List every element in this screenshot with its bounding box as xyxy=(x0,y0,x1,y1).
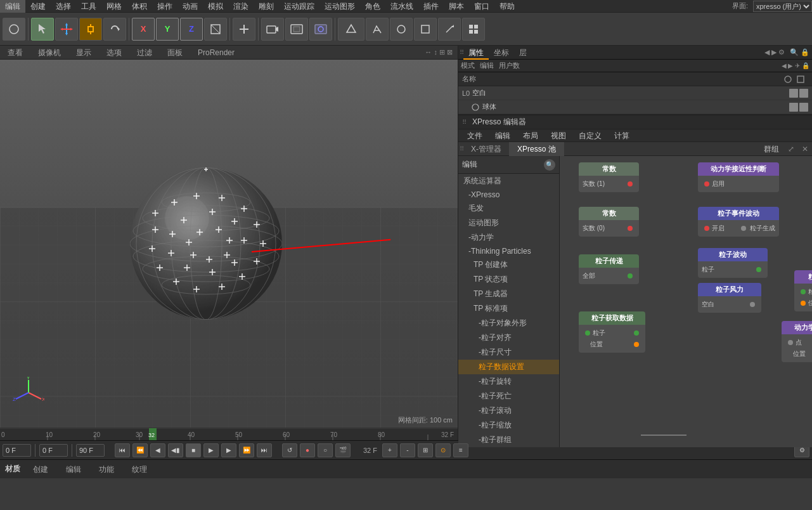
menu-bianji[interactable]: 编辑 xyxy=(0,0,25,13)
tool-scale[interactable] xyxy=(79,18,102,41)
tab-coords[interactable]: 坐标 xyxy=(489,46,514,60)
xp-tab-pool[interactable]: XPresso 池 xyxy=(510,142,564,156)
tree-item-particle-rotate[interactable]: -粒子旋转 xyxy=(458,374,559,389)
tree-item-tp-gen[interactable]: TP 生成器 xyxy=(458,287,559,301)
menu-chuangjian[interactable]: 创建 xyxy=(25,0,51,13)
tree-item-particle-group[interactable]: -粒子群组 xyxy=(458,433,559,447)
tree-item-tp-state[interactable]: TP 状态项 xyxy=(458,272,559,287)
tree-item-tp-create[interactable]: TP 创建体 xyxy=(458,258,559,272)
tool-rotate[interactable] xyxy=(103,18,126,41)
btn-preview[interactable]: 🎬 xyxy=(335,443,351,457)
xp-menu-layout[interactable]: 布局 xyxy=(518,129,543,142)
vp-tab-display[interactable]: 显示 xyxy=(71,46,96,60)
xpresso-node-editor[interactable]: 常数 实数 (1) 常数 实数 (0) xyxy=(560,156,812,447)
btn-prev-key[interactable]: ⏪ xyxy=(132,443,148,457)
tool-move[interactable] xyxy=(55,18,78,41)
tree-item-particle-death[interactable]: -粒子死亡 xyxy=(458,389,559,403)
menu-juese[interactable]: 角色 xyxy=(360,0,385,13)
tree-item-particle-scale[interactable]: -粒子缩放 xyxy=(458,418,559,433)
btn-play[interactable]: ▶ xyxy=(203,443,219,457)
xp-menu-custom[interactable]: 自定义 xyxy=(574,129,607,142)
menu-diaoke[interactable]: 雕刻 xyxy=(254,0,279,13)
frame-end-field[interactable] xyxy=(76,444,105,457)
btn-step-fwd[interactable]: ▶ xyxy=(221,443,236,457)
btn-step-back[interactable]: ◀ xyxy=(150,443,165,457)
vp-tab-options[interactable]: 选项 xyxy=(101,46,127,60)
tool-pen[interactable] xyxy=(366,18,389,41)
btn-go-start[interactable]: ⏮ xyxy=(115,443,130,457)
menu-bangzhu[interactable]: 帮助 xyxy=(494,0,520,13)
tree-item-system[interactable]: 系统运算器 xyxy=(458,174,559,188)
xp-menu-calc[interactable]: 计算 xyxy=(609,129,635,142)
mat-tab-edit[interactable]: 编辑 xyxy=(61,460,86,479)
mat-tab-texture[interactable]: 纹理 xyxy=(127,460,152,479)
tool-camera[interactable] xyxy=(261,18,284,41)
userdata-label[interactable]: 用户数 xyxy=(499,61,520,70)
interface-select[interactable]: xpresso (用户) xyxy=(753,1,812,12)
xp-menu-edit[interactable]: 编辑 xyxy=(490,129,515,142)
render-dot-2[interactable] xyxy=(799,103,808,112)
tool-knife[interactable] xyxy=(438,18,461,41)
menu-yundong-genzong[interactable]: 运动跟踪 xyxy=(279,0,319,13)
xp-resize-btn[interactable]: ⤢ xyxy=(784,142,798,156)
tool-render-region[interactable] xyxy=(285,18,308,41)
frame-start-field[interactable] xyxy=(3,444,31,457)
mat-tab-create[interactable]: 创建 xyxy=(28,460,53,479)
btn-record-man[interactable]: ○ xyxy=(318,443,333,457)
btn-stop[interactable]: ■ xyxy=(186,443,201,457)
node-wind[interactable]: 粒子风力 空白 xyxy=(698,283,761,313)
tree-item-hair[interactable]: 毛发 xyxy=(458,201,559,216)
tool-grid-btn[interactable] xyxy=(462,18,485,41)
node-transmit[interactable]: 粒子传递 全部 xyxy=(579,254,639,284)
tree-item-particle-obj[interactable]: -粒子对象外形 xyxy=(458,316,559,330)
tree-item-dynamics[interactable]: -动力学 xyxy=(458,230,559,245)
tool-transform[interactable] xyxy=(204,18,227,41)
btn-next-key[interactable]: ⏩ xyxy=(239,443,254,457)
frame-current-field[interactable] xyxy=(39,444,68,457)
tree-item-particle-align[interactable]: -粒子对齐 xyxy=(458,330,559,345)
tool-mode-object[interactable] xyxy=(3,18,25,41)
tab-properties[interactable]: 属性 xyxy=(463,46,489,60)
menu-liushuixian[interactable]: 流水线 xyxy=(385,0,418,13)
btn-render-preview[interactable]: ⊙ xyxy=(435,443,451,457)
xpresso-drag[interactable]: ⠿ xyxy=(462,119,467,126)
tree-item-particle-roll[interactable]: -粒子滚动 xyxy=(458,403,559,418)
menu-jiaoben[interactable]: 脚本 xyxy=(444,0,469,13)
tree-item-xpresso[interactable]: -XPresso xyxy=(458,188,559,201)
tree-item-tp[interactable]: -Thinking Particles xyxy=(458,245,559,258)
tree-item-tp-standard[interactable]: TP 标准项 xyxy=(458,301,559,316)
menu-xuanze[interactable]: 选择 xyxy=(51,0,76,13)
vp-tab-filter[interactable]: 过滤 xyxy=(132,46,157,60)
btn-del-key[interactable]: - xyxy=(400,443,415,457)
edit-label[interactable]: 编辑 xyxy=(480,61,494,70)
tool-axis-x[interactable]: X xyxy=(132,18,155,41)
node-dynamics1[interactable]: 动力学接近性判断 启用 xyxy=(698,162,779,192)
scene-object-row-sphere[interactable]: 球体 xyxy=(458,100,812,114)
node-const1[interactable]: 常数 实数 (1) xyxy=(579,162,639,192)
xp-close-btn[interactable]: ✕ xyxy=(798,142,812,156)
node-particle-event[interactable]: 粒子事件波动 开启 粒子生成 xyxy=(698,207,779,237)
tool-axis-z[interactable]: Z xyxy=(180,18,203,41)
tool-add[interactable] xyxy=(233,18,255,41)
menu-xuanran[interactable]: 渲染 xyxy=(228,0,254,13)
visibility-dot-2[interactable] xyxy=(789,103,798,112)
tool-circle[interactable] xyxy=(390,18,413,41)
node-data-set[interactable]: 粒子数据设置 粒子 位置 xyxy=(794,270,812,311)
xp-drag[interactable]: ⠿ xyxy=(458,145,463,152)
tree-search-btn[interactable]: 🔍 xyxy=(544,159,555,171)
tab-layer[interactable]: 层 xyxy=(514,46,532,60)
menu-caozuo[interactable]: 操作 xyxy=(152,0,177,13)
btn-loop[interactable]: ↺ xyxy=(282,443,297,457)
menu-yundong-tuxing[interactable]: 运动图形 xyxy=(319,0,360,13)
menu-tiji[interactable]: 体积 xyxy=(127,0,152,13)
tool-square[interactable] xyxy=(414,18,437,41)
btn-key-all[interactable]: ⊞ xyxy=(418,443,433,457)
mat-tab-function[interactable]: 功能 xyxy=(94,460,119,479)
right-search[interactable]: 🔍 🔒 xyxy=(787,48,812,56)
btn-motion-blur[interactable]: ≡ xyxy=(453,443,468,457)
node-particle-wave[interactable]: 粒子波动 粒子 xyxy=(698,248,768,278)
render-dot-1[interactable] xyxy=(799,89,808,98)
tool-persp[interactable] xyxy=(338,18,364,41)
scene-object-row-l0[interactable]: L0 空白 xyxy=(458,86,812,100)
menu-gongju[interactable]: 工具 xyxy=(76,0,101,13)
